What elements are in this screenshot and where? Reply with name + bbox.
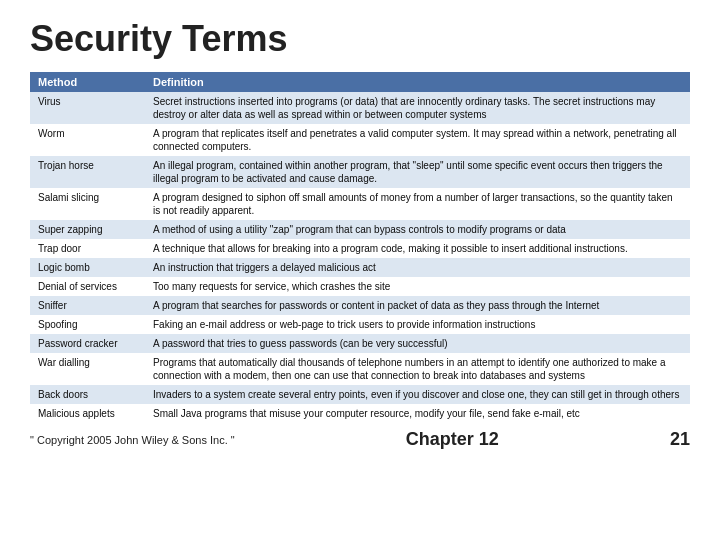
method-cell: Back doors [30,385,145,404]
definition-cell: Secret instructions inserted into progra… [145,92,690,124]
table-header-row: Method Definition [30,72,690,92]
definition-cell: Programs that automatically dial thousan… [145,353,690,385]
page-number: 21 [670,429,690,450]
table-row: WormA program that replicates itself and… [30,124,690,156]
footer: " Copyright 2005 John Wiley & Sons Inc. … [30,429,690,450]
definition-cell: Too many requests for service, which cra… [145,277,690,296]
definition-cell: A program that replicates itself and pen… [145,124,690,156]
header-method: Method [30,72,145,92]
table-row: SnifferA program that searches for passw… [30,296,690,315]
method-cell: War dialling [30,353,145,385]
copyright-text: " Copyright 2005 John Wiley & Sons Inc. … [30,434,235,446]
table-row: Malicious appletsSmall Java programs tha… [30,404,690,423]
table-row: Salami slicingA program designed to siph… [30,188,690,220]
table-row: Trojan horseAn illegal program, containe… [30,156,690,188]
chapter-label: Chapter 12 [406,429,499,450]
definition-cell: Faking an e-mail address or web-page to … [145,315,690,334]
table-row: Super zappingA method of using a utility… [30,220,690,239]
method-cell: Virus [30,92,145,124]
definition-cell: Small Java programs that misuse your com… [145,404,690,423]
definition-cell: An instruction that triggers a delayed m… [145,258,690,277]
table-row: Logic bombAn instruction that triggers a… [30,258,690,277]
page: Security Terms Method Definition VirusSe… [0,0,720,540]
definition-cell: Invaders to a system create several entr… [145,385,690,404]
definition-cell: A password that tries to guess passwords… [145,334,690,353]
table-row: Trap doorA technique that allows for bre… [30,239,690,258]
table-row: VirusSecret instructions inserted into p… [30,92,690,124]
method-cell: Denial of services [30,277,145,296]
definition-cell: A method of using a utility "zap" progra… [145,220,690,239]
table-row: SpoofingFaking an e-mail address or web-… [30,315,690,334]
header-definition: Definition [145,72,690,92]
method-cell: Password cracker [30,334,145,353]
definition-cell: A program that searches for passwords or… [145,296,690,315]
definition-cell: A program designed to siphon off small a… [145,188,690,220]
definition-cell: An illegal program, contained within ano… [145,156,690,188]
method-cell: Worm [30,124,145,156]
page-title: Security Terms [30,18,690,60]
definition-cell: A technique that allows for breaking int… [145,239,690,258]
table-row: Password crackerA password that tries to… [30,334,690,353]
method-cell: Spoofing [30,315,145,334]
table-row: War diallingPrograms that automatically … [30,353,690,385]
method-cell: Logic bomb [30,258,145,277]
method-cell: Super zapping [30,220,145,239]
method-cell: Sniffer [30,296,145,315]
method-cell: Trojan horse [30,156,145,188]
method-cell: Salami slicing [30,188,145,220]
table-row: Back doorsInvaders to a system create se… [30,385,690,404]
method-cell: Malicious applets [30,404,145,423]
table-row: Denial of servicesToo many requests for … [30,277,690,296]
method-cell: Trap door [30,239,145,258]
security-terms-table: Method Definition VirusSecret instructio… [30,72,690,423]
